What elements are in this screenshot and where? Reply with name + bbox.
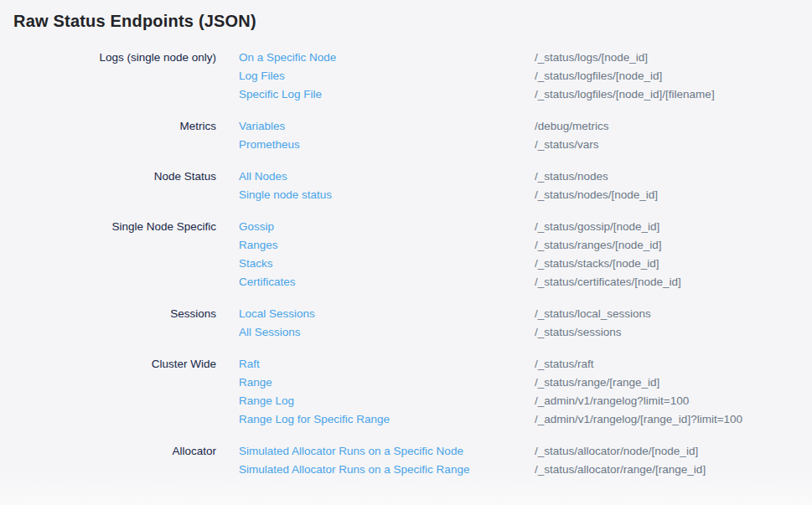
endpoint-path: /_status/allocator/range/[range_id] xyxy=(535,461,799,479)
category-label: Metrics xyxy=(13,117,216,154)
paths-column: /_status/raft/_status/range/[range_id]/_… xyxy=(535,355,799,429)
endpoint-path: /_status/allocator/node/[node_id] xyxy=(535,442,799,461)
endpoint-link[interactable]: On a Specific Node xyxy=(239,49,336,67)
endpoint-link[interactable]: Simulated Allocator Runs on a Specific N… xyxy=(239,442,463,461)
endpoint-path: /_status/certificates/[node_id] xyxy=(535,273,799,291)
endpoint-group: Single Node Specific GossipRangesStacksC… xyxy=(13,218,799,291)
links-column: All NodesSingle node status xyxy=(216,167,535,204)
category-label: Logs (single node only) xyxy=(13,49,216,104)
endpoint-group: Logs (single node only) On a Specific No… xyxy=(13,49,799,104)
debug-page: { "page": { "title": "Raw Status Endpoin… xyxy=(0,0,812,505)
endpoint-group: Allocator Simulated Allocator Runs on a … xyxy=(13,442,799,479)
endpoint-link[interactable]: All Sessions xyxy=(239,323,301,342)
endpoint-link[interactable]: Raft xyxy=(239,355,260,374)
endpoint-groups: Logs (single node only) On a Specific No… xyxy=(13,49,799,479)
endpoint-group: Cluster Wide RaftRangeRange LogRange Log… xyxy=(13,355,799,429)
paths-column: /_status/allocator/node/[node_id]/_statu… xyxy=(535,442,799,479)
raw-status-endpoints-section: Raw Status Endpoints (JSON) Logs (single… xyxy=(0,0,812,479)
links-column: RaftRangeRange LogRange Log for Specific… xyxy=(216,355,535,429)
paths-column: /debug/metrics/_status/vars xyxy=(535,117,799,154)
endpoint-link[interactable]: Single node status xyxy=(239,186,332,204)
endpoint-link[interactable]: Ranges xyxy=(239,236,278,255)
endpoint-link[interactable]: Local Sessions xyxy=(239,305,315,323)
endpoint-link[interactable]: Range xyxy=(239,374,272,392)
endpoint-path: /_status/gossip/[node_id] xyxy=(535,218,799,236)
endpoint-group: Sessions Local SessionsAll Sessions /_st… xyxy=(13,305,799,342)
paths-column: /_status/local_sessions/_status/sessions xyxy=(535,305,799,342)
links-column: On a Specific NodeLog FilesSpecific Log … xyxy=(216,49,535,104)
paths-column: /_status/logs/[node_id]/_status/logfiles… xyxy=(535,49,799,104)
endpoint-link[interactable]: Stacks xyxy=(239,255,273,273)
endpoint-path: /_status/range/[range_id] xyxy=(535,374,799,392)
endpoint-path: /debug/metrics xyxy=(535,117,799,136)
endpoint-path: /_status/logs/[node_id] xyxy=(535,49,799,67)
endpoint-path: /_status/sessions xyxy=(535,323,799,342)
endpoint-link[interactable]: Certificates xyxy=(239,273,296,291)
endpoint-path: /_status/nodes xyxy=(535,167,799,186)
links-column: Local SessionsAll Sessions xyxy=(216,305,535,342)
endpoint-link[interactable]: Variables xyxy=(239,117,285,136)
endpoint-group: Node Status All NodesSingle node status … xyxy=(13,167,799,204)
page-title: Raw Status Endpoints (JSON) xyxy=(13,12,799,31)
paths-column: /_status/nodes/_status/nodes/[node_id] xyxy=(535,167,799,204)
links-column: VariablesPrometheus xyxy=(216,117,535,154)
endpoint-path: /_status/raft xyxy=(535,355,799,374)
endpoint-path: /_status/logfiles/[node_id] xyxy=(535,67,799,85)
category-label: Sessions xyxy=(13,305,216,342)
paths-column: /_status/gossip/[node_id]/_status/ranges… xyxy=(535,218,799,291)
links-column: Simulated Allocator Runs on a Specific N… xyxy=(216,442,535,479)
endpoint-path: /_status/nodes/[node_id] xyxy=(535,186,799,204)
endpoint-link[interactable]: Prometheus xyxy=(239,136,300,154)
category-label: Single Node Specific xyxy=(13,218,216,291)
endpoint-link[interactable]: Simulated Allocator Runs on a Specific R… xyxy=(239,461,469,479)
endpoint-link[interactable]: Specific Log File xyxy=(239,85,322,104)
endpoint-group: Metrics VariablesPrometheus /debug/metri… xyxy=(13,117,799,154)
endpoint-link[interactable]: Gossip xyxy=(239,218,274,236)
endpoint-path: /_admin/v1/rangelog/[range_id]?limit=100 xyxy=(535,410,799,429)
endpoint-link[interactable]: Log Files xyxy=(239,67,285,85)
endpoint-link[interactable]: Range Log xyxy=(239,392,294,410)
endpoint-link[interactable]: Range Log for Specific Range xyxy=(239,410,390,429)
links-column: GossipRangesStacksCertificates xyxy=(216,218,535,291)
category-label: Node Status xyxy=(13,167,216,204)
endpoint-path: /_admin/v1/rangelog?limit=100 xyxy=(535,392,799,410)
endpoint-path: /_status/ranges/[node_id] xyxy=(535,236,799,255)
category-label: Allocator xyxy=(13,442,216,479)
endpoint-path: /_status/local_sessions xyxy=(535,305,799,323)
endpoint-path: /_status/stacks/[node_id] xyxy=(535,255,799,273)
endpoint-link[interactable]: All Nodes xyxy=(239,167,287,186)
category-label: Cluster Wide xyxy=(13,355,216,429)
endpoint-path: /_status/vars xyxy=(535,136,799,154)
endpoint-path: /_status/logfiles/[node_id]/[filename] xyxy=(535,85,799,104)
